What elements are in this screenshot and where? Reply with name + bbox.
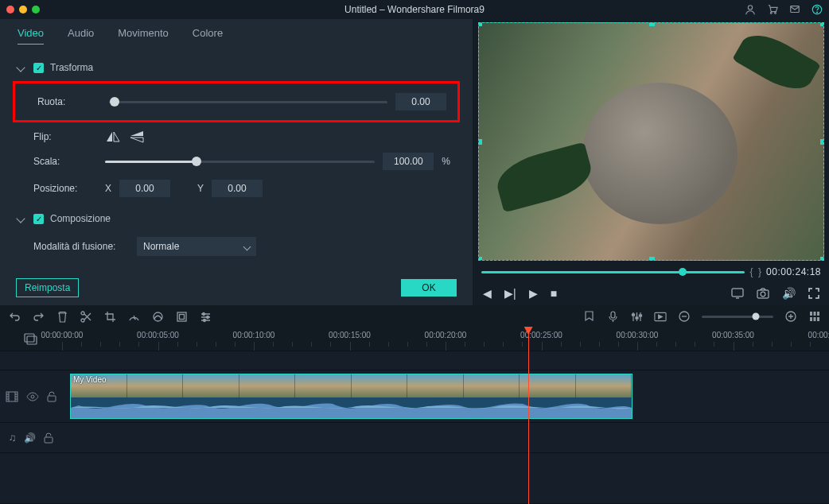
svg-point-9	[81, 312, 84, 315]
zoom-out-icon[interactable]	[678, 310, 691, 323]
audio-mute-icon[interactable]: 🔊	[24, 432, 36, 444]
ok-button[interactable]: OK	[401, 279, 457, 297]
media-track-icon[interactable]	[24, 333, 38, 346]
titlebar: Untitled – Wondershare Filmora9	[0, 0, 829, 19]
resize-handle[interactable]	[649, 22, 655, 26]
window-title: Untitled – Wondershare Filmora9	[344, 4, 485, 15]
record-icon[interactable]	[606, 310, 619, 323]
tab-video[interactable]: Video	[18, 27, 44, 45]
music-icon[interactable]: ♫	[9, 432, 17, 444]
resize-handle[interactable]	[478, 139, 482, 145]
lock-icon[interactable]	[47, 391, 56, 402]
section-transform-header[interactable]: ✓ Trasforma	[18, 62, 455, 73]
scale-input[interactable]	[383, 153, 434, 170]
greenscreen-icon[interactable]	[175, 310, 188, 323]
svg-rect-28	[814, 317, 816, 321]
prev-frame-button[interactable]: ◀	[483, 287, 492, 300]
svg-point-10	[81, 319, 84, 322]
film-icon[interactable]	[6, 391, 18, 402]
close-window-button[interactable]	[6, 6, 14, 14]
ruler-label: 00:00:30:00	[617, 331, 659, 339]
svg-rect-29	[817, 317, 819, 321]
color-icon[interactable]	[151, 310, 164, 323]
rotate-slider[interactable]	[109, 101, 387, 103]
zoom-in-icon[interactable]	[784, 310, 797, 323]
split-icon[interactable]	[80, 310, 92, 323]
resize-handle[interactable]	[478, 22, 482, 26]
redo-icon[interactable]	[32, 310, 45, 323]
timeline-toolbar	[0, 305, 829, 328]
track-manager-icon[interactable]	[808, 310, 821, 323]
delete-icon[interactable]	[56, 310, 68, 323]
svg-point-16	[203, 319, 205, 321]
svg-point-2	[775, 13, 776, 14]
ruler-label: 00:00:10:00	[233, 331, 275, 339]
svg-rect-19	[636, 317, 638, 319]
position-x-input[interactable]	[119, 180, 170, 197]
resize-handle[interactable]	[820, 257, 824, 261]
clip-thumbnails	[71, 374, 632, 397]
maximize-window-button[interactable]	[32, 6, 40, 14]
fullscreen-icon[interactable]	[808, 288, 819, 299]
preview-timecode: 00:00:24:18	[766, 266, 821, 277]
flip-horizontal-icon[interactable]	[105, 130, 121, 143]
ruler-label: 00:00:05:00	[137, 331, 179, 339]
stop-button[interactable]: ■	[551, 287, 557, 300]
message-icon[interactable]	[789, 4, 800, 15]
resize-handle[interactable]	[478, 257, 482, 261]
undo-icon[interactable]	[8, 310, 21, 323]
svg-rect-34	[48, 396, 56, 401]
playhead[interactable]	[528, 328, 529, 504]
reset-button[interactable]: Reimposta	[16, 278, 79, 297]
section-compositing-header[interactable]: ✓ Composizione	[18, 213, 455, 224]
resize-handle[interactable]	[649, 257, 655, 261]
blend-mode-select[interactable]: Normale	[137, 237, 256, 256]
tab-audio[interactable]: Audio	[68, 27, 94, 45]
tab-color[interactable]: Colore	[193, 27, 223, 45]
resize-handle[interactable]	[820, 22, 824, 26]
video-track-body[interactable]: My Video	[62, 370, 829, 422]
flip-label: Flip:	[33, 131, 97, 142]
resize-handle[interactable]	[820, 139, 824, 145]
clip-waveform	[71, 397, 632, 418]
transform-checkbox[interactable]: ✓	[33, 63, 44, 73]
account-icon[interactable]	[745, 4, 756, 15]
crop-icon[interactable]	[103, 310, 116, 323]
scale-label: Scala:	[33, 156, 97, 167]
preview-viewport[interactable]	[478, 22, 824, 261]
audio-track: ♫ 🔊	[0, 423, 829, 453]
timeline: 00:00:00:0000:00:05:0000:00:10:0000:00:1…	[0, 328, 829, 504]
step-forward-button[interactable]: ▶|	[504, 287, 516, 300]
audio-track-body[interactable]	[62, 423, 829, 452]
svg-point-0	[748, 6, 752, 10]
video-clip[interactable]: My Video	[70, 374, 632, 419]
minimize-window-button[interactable]	[19, 6, 27, 14]
speed-icon[interactable]	[127, 310, 140, 323]
scale-slider[interactable]	[105, 161, 375, 163]
svg-rect-35	[45, 437, 53, 443]
preview-scrubber[interactable]	[481, 271, 745, 273]
svg-point-5	[816, 12, 817, 13]
rotate-input[interactable]	[395, 93, 446, 110]
compositing-checkbox[interactable]: ✓	[33, 214, 44, 224]
timeline-ruler[interactable]: 00:00:00:0000:00:05:0000:00:10:0000:00:1…	[0, 328, 829, 351]
visibility-icon[interactable]	[26, 392, 39, 401]
flip-vertical-icon[interactable]	[129, 130, 145, 143]
quality-icon[interactable]	[731, 288, 744, 299]
help-icon[interactable]	[811, 4, 823, 15]
render-icon[interactable]	[654, 310, 667, 323]
svg-point-15	[206, 316, 208, 318]
volume-icon[interactable]: 🔊	[782, 287, 796, 300]
zoom-slider[interactable]	[702, 316, 773, 318]
lock-icon[interactable]	[44, 432, 53, 444]
snapshot-icon[interactable]	[757, 288, 769, 299]
adjust-icon[interactable]	[199, 310, 212, 323]
play-button[interactable]: ▶	[529, 287, 538, 300]
mixer-icon[interactable]	[630, 310, 643, 323]
position-y-input[interactable]	[212, 180, 263, 197]
cart-icon[interactable]	[767, 4, 778, 15]
marker-icon[interactable]	[582, 310, 595, 323]
svg-rect-24	[810, 312, 812, 316]
tab-motion[interactable]: Movimento	[118, 27, 169, 45]
svg-rect-17	[611, 312, 615, 318]
